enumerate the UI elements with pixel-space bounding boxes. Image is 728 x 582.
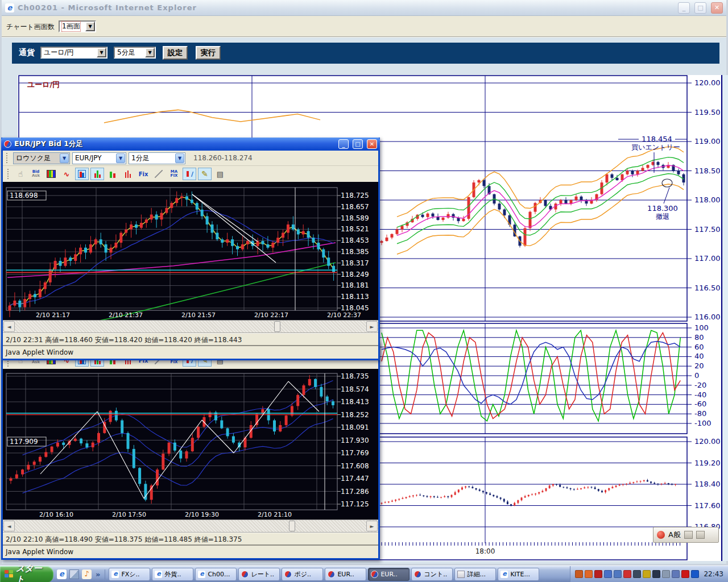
levels-red-green-icon[interactable] <box>594 570 602 578</box>
maximize-button[interactable]: □ <box>694 2 706 14</box>
java-applet-banner: Java Applet Window <box>3 345 378 359</box>
svg-text:117.00: 117.00 <box>694 254 721 263</box>
taskbar-button-9[interactable]: eKITE... <box>498 568 539 581</box>
minimize-button[interactable]: _ <box>678 2 690 14</box>
timeframe-select[interactable]: 1分足▼ <box>129 152 185 164</box>
svg-text:-20: -20 <box>694 381 706 389</box>
sync-icon[interactable] <box>672 570 680 578</box>
taskbar-button-8[interactable]: 詳細... <box>454 568 496 581</box>
palette-icon[interactable] <box>643 570 651 578</box>
network2-icon[interactable] <box>614 570 622 578</box>
scroll-right-icon[interactable]: ► <box>366 521 378 531</box>
scroll-right-icon[interactable]: ► <box>366 321 378 332</box>
ie-icon: e <box>500 571 508 578</box>
network-icon[interactable] <box>604 570 612 578</box>
currency-select[interactable]: ユーロ/円 ▼ <box>40 47 107 59</box>
volume-bars-icon[interactable] <box>90 168 104 180</box>
svg-text:118.113: 118.113 <box>341 293 369 301</box>
scroll-left-icon[interactable]: ◄ <box>3 521 15 531</box>
start-button[interactable]: スタート <box>0 566 53 582</box>
svg-text:118.40: 118.40 <box>694 480 721 488</box>
ime-toolbar[interactable]: A般 <box>653 527 719 543</box>
minimize-button[interactable]: _ <box>338 139 349 149</box>
media-play-icon[interactable] <box>691 570 699 578</box>
win1-titlebar[interactable]: EUR/JPY Bid 1分足 _ □ ✕ <box>1 138 380 151</box>
taskbar-button-6[interactable]: EUR.. <box>368 568 410 581</box>
taskbar-button-2[interactable]: eCh00... <box>195 568 237 581</box>
taskbar-button-4[interactable]: ポジ.. <box>282 568 323 581</box>
alert-icon[interactable] <box>575 570 583 578</box>
fix-icon[interactable]: Fix <box>136 168 150 180</box>
update-icon[interactable] <box>662 570 670 578</box>
svg-text:118.574: 118.574 <box>341 385 369 393</box>
win2-hscrollbar[interactable]: ◄ ► <box>3 519 378 532</box>
pair-select[interactable]: EUR/JPY▼ <box>72 152 126 164</box>
chart-app-icon[interactable] <box>623 570 631 578</box>
ati-icon[interactable] <box>681 570 689 578</box>
window-title: Ch00201 - Microsoft Internet Explorer <box>18 3 673 12</box>
svg-text:117.909: 117.909 <box>10 438 38 446</box>
save-icon[interactable]: ▤ <box>213 168 227 180</box>
taskbar-button-5[interactable]: EUR.. <box>325 568 366 581</box>
java-cup-icon[interactable] <box>585 570 593 578</box>
chevron-down-icon[interactable]: ▼ <box>85 22 95 31</box>
scroll-left-icon[interactable]: ◄ <box>3 321 15 332</box>
maximize-button[interactable]: □ <box>353 139 363 149</box>
taskbar-button-0[interactable]: eFXシ.. <box>109 568 150 581</box>
media-player-icon[interactable]: ♪ <box>82 569 92 579</box>
svg-text:2/10 22:17: 2/10 22:17 <box>254 311 288 319</box>
hand-tool-icon[interactable]: ☝ <box>14 168 27 180</box>
candle-pair-icon[interactable] <box>106 168 119 180</box>
win2-status-text: 2/10 22:10 高値=118.490 安値=118.375 始値=118.… <box>3 532 378 544</box>
ime-toolbox-icon[interactable] <box>696 531 705 539</box>
chevron-down-icon[interactable]: ▼ <box>97 48 106 57</box>
chevron-down-icon[interactable]: ▼ <box>175 153 184 163</box>
java-applet-banner: Java Applet Window <box>3 544 378 558</box>
multichart-icon[interactable] <box>44 168 58 180</box>
svg-text:2/10 19:30: 2/10 19:30 <box>185 511 219 518</box>
chevron-down-icon[interactable]: ▼ <box>116 153 125 163</box>
java-icon <box>457 571 465 578</box>
interval-select[interactable]: 5分足 ▼ <box>114 47 156 59</box>
candle-line-icon[interactable]: / <box>183 168 196 180</box>
display-icon[interactable] <box>652 570 660 578</box>
ime-pen-icon[interactable] <box>684 531 693 539</box>
ime-mode-label[interactable]: A般 <box>668 530 681 540</box>
svg-text:118.735: 118.735 <box>341 372 369 380</box>
win1-hscrollbar[interactable]: ◄ ► <box>3 320 378 332</box>
settings-button[interactable]: 設定 <box>163 46 188 60</box>
taskbar-button-3[interactable]: レート.. <box>238 568 280 581</box>
win2-chart-canvas[interactable]: 118.735118.574118.413118.252118.091117.9… <box>3 369 378 519</box>
candle-frame-icon[interactable] <box>75 168 89 180</box>
bid-ask-icon[interactable]: BidAsk <box>29 168 43 180</box>
scroll-thumb[interactable] <box>274 321 280 332</box>
toolbar-grip[interactable] <box>7 169 9 179</box>
win1-chart-canvas[interactable]: 118.725118.657118.589118.521118.453118.3… <box>3 182 378 320</box>
taskbar-button-1[interactable]: e外貨.. <box>152 568 193 581</box>
close-button[interactable]: ✕ <box>367 139 377 149</box>
toolbar-grip[interactable] <box>6 153 8 163</box>
svg-text:118.50: 118.50 <box>694 167 721 175</box>
pencil-icon[interactable]: ✎ <box>198 168 212 180</box>
bar-ticks-icon[interactable] <box>121 168 135 180</box>
svg-text:-40: -40 <box>694 390 706 399</box>
run-button[interactable]: 実行 <box>196 46 221 60</box>
ie-launch-icon[interactable]: e <box>57 569 67 579</box>
ie-logo-icon: e <box>5 3 14 13</box>
close-button[interactable]: ✕ <box>711 2 723 14</box>
wave-icon[interactable]: ∿ <box>60 168 73 180</box>
svg-text:120.00: 120.00 <box>694 78 721 87</box>
scroll-thumb[interactable] <box>289 521 295 531</box>
chevron-down-icon[interactable]: ▼ <box>145 48 155 57</box>
chart-count-select[interactable]: 1画面 ▼ <box>59 20 96 32</box>
applet-icon <box>4 140 11 148</box>
chart-type-select[interactable]: ロウソク足▼ <box>13 152 70 164</box>
lock-icon[interactable] <box>633 570 641 578</box>
trend-tool-icon[interactable] <box>152 168 166 180</box>
ma-fix-icon[interactable]: MAFIX <box>167 168 181 180</box>
chevron-down-icon[interactable]: ▼ <box>60 153 69 163</box>
chevron-more-icon[interactable]: » <box>94 570 101 579</box>
ime-ball-icon[interactable] <box>657 531 665 539</box>
taskbar-button-7[interactable]: コント.. <box>411 568 453 581</box>
show-desktop-icon[interactable] <box>69 569 79 579</box>
